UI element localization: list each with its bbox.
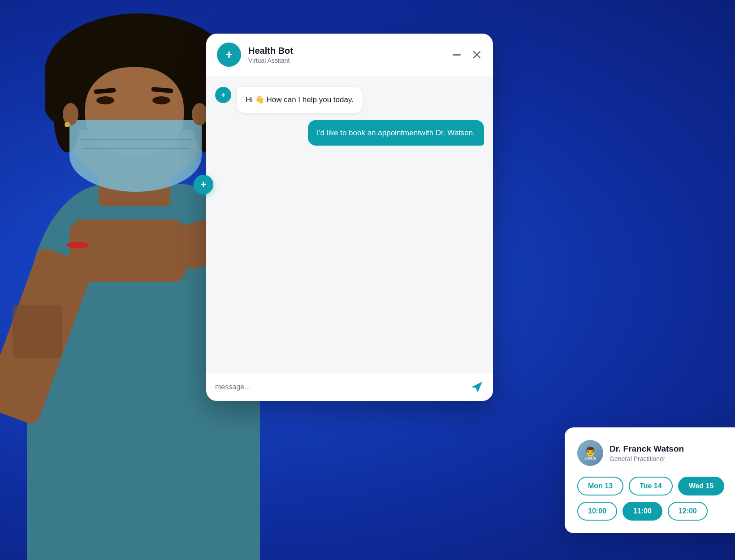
time-slots: 10:00 11:00 12:00 [577,502,735,521]
svg-rect-0 [453,54,461,56]
date-slots: Mon 13 Tue 14 Wed 15 [577,477,735,495]
person-hands [69,220,186,282]
floating-plus-icon[interactable]: + [194,175,213,194]
doctor-details: Dr. Franck Watson General Practitioner [610,444,684,462]
person-mask [69,120,202,192]
time-slot-1100[interactable]: 11:00 [623,502,662,521]
close-button[interactable] [471,49,482,60]
mask-line-1 [81,139,193,140]
date-slot-tue14[interactable]: Tue 14 [629,477,673,495]
date-slot-mon13[interactable]: Mon 13 [577,477,623,495]
bot-subtitle: Virtual Assitant [248,57,444,64]
minimize-button[interactable] [451,52,463,57]
user-message-bubble: I'd like to book an appointmentwith Dr. … [308,120,484,146]
user-message-row: I'd like to book an appointmentwith Dr. … [215,120,484,146]
person-earring-left [65,122,70,127]
doctor-specialty: General Practitioner [610,455,684,462]
doctor-avatar: 👨‍⚕️ [577,440,603,466]
message-input[interactable] [215,379,464,395]
person-tattoo [13,305,62,358]
doctor-name: Dr. Franck Watson [610,444,684,454]
send-button[interactable] [470,380,484,394]
bot-name: Health Bot [248,46,444,56]
mask-line-2 [83,148,190,149]
person-eye-right [152,96,170,104]
app-container: + Health Bot Virtual Assitant + Hi 👋 How… [0,0,735,560]
bot-message-avatar: + [215,87,231,103]
person-eye-left [96,96,114,104]
chat-window: + Health Bot Virtual Assitant + Hi 👋 How… [206,34,493,401]
appointment-card: 👨‍⚕️ Dr. Franck Watson General Practitio… [565,427,735,533]
doctor-info: 👨‍⚕️ Dr. Franck Watson General Practitio… [577,440,735,466]
person-ear-right [192,103,208,125]
person-bracelet [66,242,89,248]
bot-info: Health Bot Virtual Assitant [248,46,444,64]
chat-footer [206,373,493,401]
time-slot-1200[interactable]: 12:00 [668,502,708,521]
bot-avatar: + [217,43,241,67]
chat-body: + Hi 👋 How can I help you today. I'd lik… [206,76,493,373]
bot-message-row: + Hi 👋 How can I help you today. [215,87,484,113]
header-actions [451,49,482,60]
chat-header: + Health Bot Virtual Assitant [206,34,493,76]
date-slot-wed15[interactable]: Wed 15 [678,477,725,495]
time-slot-1000[interactable]: 10:00 [577,502,617,521]
bot-message-bubble: Hi 👋 How can I help you today. [237,87,363,113]
